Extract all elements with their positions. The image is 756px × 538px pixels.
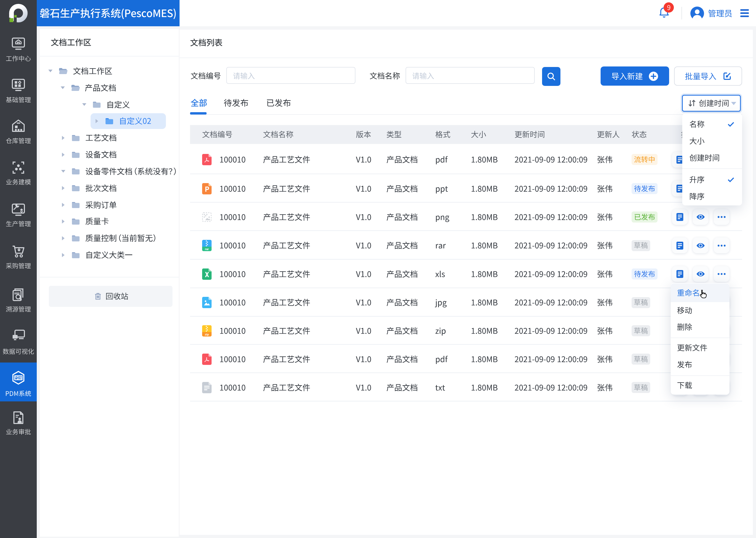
svg-text:rar: rar (205, 247, 209, 250)
svg-text:zip: zip (205, 333, 209, 336)
